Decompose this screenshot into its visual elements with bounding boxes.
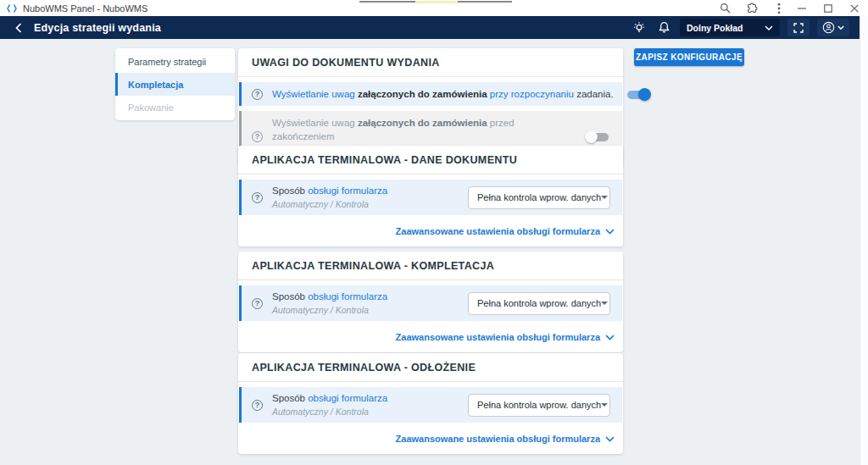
setting-link[interactable]: obsługi formularza [308,291,387,302]
maximize-button[interactable] [815,0,841,16]
strip-segment [458,1,512,3]
location-select-value: Dolny Pokład [687,23,765,33]
sidebar-item-parametry-strategii[interactable]: Parametry strategii [115,50,235,73]
chevron-down-icon [605,436,615,442]
toggle-switch-off[interactable] [585,130,610,143]
setting-sublabel: Automatyczny / Kontrola [272,406,468,418]
fullscreen-icon [793,23,804,33]
window-controls [788,0,867,16]
chevron-down-icon [765,25,773,30]
minimize-button[interactable] [788,0,815,16]
sidebar-item-kompletacja[interactable]: Kompletacja [115,73,235,96]
window-title: NuboWMS Panel - NuboWMS [23,3,147,14]
setting-description: Wyświetlanie uwag załączonych do zamówie… [272,87,614,101]
header-actions: Dolny Pokład [631,19,849,36]
setting-link[interactable]: przy rozpoczynaniu [490,89,574,99]
tab-strip-remnant [359,1,512,3]
extensions-icon[interactable] [745,2,759,15]
select-arrow-icon [601,403,608,407]
chevron-down-icon [605,335,615,340]
help-icon[interactable] [252,400,263,411]
section-kompletacja-card: APLIKACJA TERMINALOWA - KOMPLETACJA Spos… [238,252,623,352]
window-titlebar: NuboWMS Panel - NuboWMS [0,0,868,16]
close-button[interactable] [841,0,867,16]
section-title: APLIKACJA TERMINALOWA - DANE DOKUMENTU [238,146,623,174]
main-content: Parametry strategii Kompletacja Pakowani… [0,39,860,465]
toggle-switch-on[interactable] [626,88,651,101]
section-dane-dokumentu-card: APLIKACJA TERMINALOWA - DANE DOKUMENTU S… [238,146,623,246]
help-icon[interactable] [252,298,263,309]
select-value: Pełna kontrola wprow. danych [477,298,601,308]
app-window: NuboWMS Panel - NuboWMS [0,0,868,465]
setting-row-sposob-obslugi: Sposób obsługi formularza Automatyczny /… [239,387,622,423]
notifications-bell-icon[interactable] [655,19,672,36]
select-value: Pełna kontrola wprow. danych [477,192,601,202]
settings-sidebar: Parametry strategii Kompletacja Pakowani… [115,48,235,120]
setting-label: Sposób obsługi formularza [272,392,468,405]
setting-label: Sposób obsługi formularza [272,291,468,303]
save-configuration-button[interactable]: ZAPISZ KONFIGURACJĘ [634,48,744,66]
advanced-settings-link[interactable]: Zaawansowane ustawienia obsługi formular… [238,321,623,352]
page-title: Edycja strategii wydania [34,22,161,34]
sidebar-item-label: Kompletacja [128,80,183,90]
app-header: Edycja strategii wydania Dolny Pokład [0,16,860,39]
setting-sublabel: Automatyczny / Kontrola [272,304,468,316]
setting-label-group: Sposób obsługi formularza Automatyczny /… [272,185,468,210]
kebab-menu-icon[interactable] [772,2,786,15]
setting-row-uwagi-start: Wyświetlanie uwag załączonych do zamówie… [239,82,622,106]
setting-label: Sposób obsługi formularza [272,185,468,197]
zoom-search-icon[interactable] [718,2,732,15]
setting-link[interactable]: obsługi formularza [308,393,387,403]
location-select[interactable]: Dolny Pokład [680,19,780,36]
account-menu-button[interactable] [817,19,849,36]
select-arrow-icon [601,196,608,199]
setting-label-group: Sposób obsługi formularza Automatyczny /… [272,291,468,316]
setting-link[interactable]: Wyświetlanie uwag [272,89,355,99]
help-icon[interactable] [252,131,263,142]
account-circle-icon [822,21,835,34]
section-title: APLIKACJA TERMINALOWA - ODŁOŻENIE [238,353,623,382]
chevron-down-icon [837,25,844,30]
back-button[interactable] [12,21,25,35]
select-arrow-icon [601,302,608,305]
setting-link[interactable]: obsługi formularza [308,185,387,196]
setting-sublabel: Automatyczny / Kontrola [272,198,468,210]
section-odlozenie-card: APLIKACJA TERMINALOWA - ODŁOŻENIE Sposób… [238,353,623,454]
section-title: APLIKACJA TERMINALOWA - KOMPLETACJA [238,252,623,280]
select-value: Pełna kontrola wprow. danych [477,400,601,410]
section-title: UWAGI DO DOKUMENTU WYDANIA [238,48,623,77]
form-mode-select[interactable]: Pełna kontrola wprow. danych [468,186,610,209]
strip-segment [415,1,458,3]
vertical-scrollbar[interactable] [860,16,868,465]
fullscreen-button[interactable] [787,19,810,36]
help-icon[interactable] [252,192,263,203]
setting-row-sposob-obslugi: Sposób obsługi formularza Automatyczny /… [239,285,622,321]
help-icon[interactable] [252,89,263,100]
advanced-settings-link[interactable]: Zaawansowane ustawienia obsługi formular… [238,423,623,454]
form-mode-select[interactable]: Pełna kontrola wprow. danych [468,292,610,315]
strip-segment [359,1,415,3]
tips-lightbulb-icon[interactable] [631,19,648,36]
setting-row-sposob-obslugi: Sposób obsługi formularza Automatyczny /… [239,180,622,215]
browser-toolbar-icons [718,0,786,16]
sidebar-item-label: Parametry strategii [128,57,206,67]
setting-label-group: Sposób obsługi formularza Automatyczny /… [272,392,468,418]
sidebar-item-label: Pakowanie [128,102,174,113]
chevron-down-icon [605,229,615,235]
app-logo-icon [7,3,17,14]
sidebar-item-pakowanie: Pakowanie [115,96,235,119]
advanced-settings-link[interactable]: Zaawansowane ustawienia obsługi formular… [238,215,623,246]
form-mode-select[interactable]: Pełna kontrola wprow. danych [468,394,610,417]
